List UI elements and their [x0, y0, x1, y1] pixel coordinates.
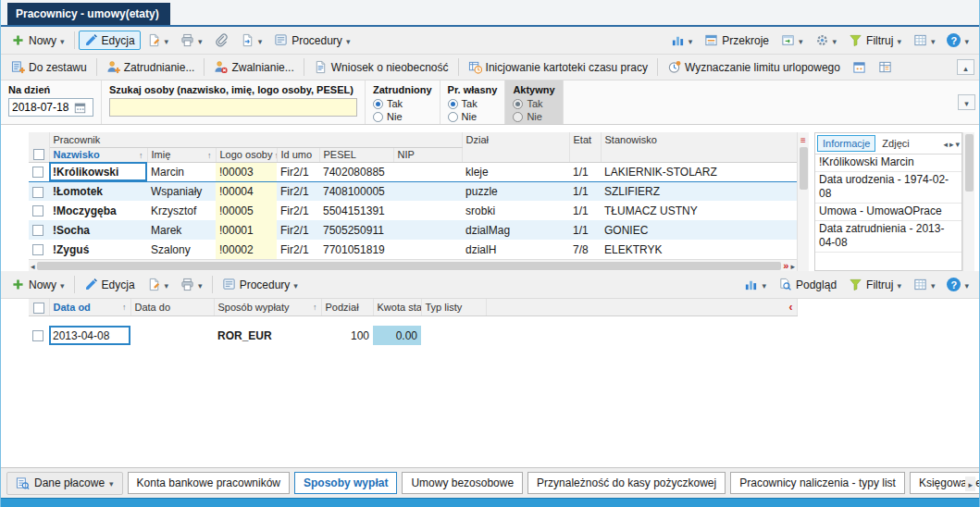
nowy-button[interactable]: Nowy	[6, 275, 70, 294]
kolumny-button[interactable]	[908, 31, 941, 50]
procedury-button[interactable]: Procedury	[268, 31, 355, 50]
cell-imie[interactable]: Szalony	[147, 240, 216, 259]
cell-id-umowy[interactable]: Fir2/1	[277, 162, 319, 181]
pr-wlasny-tak-radio[interactable]: Tak	[448, 98, 498, 109]
filtruj-button[interactable]: Filtruj	[843, 275, 907, 294]
cell-nip[interactable]	[393, 162, 462, 181]
collapse-filter-button[interactable]	[958, 94, 975, 110]
employee-row[interactable]: !Zyguś Szalony !00002 Fir2/1 7701051819 …	[29, 240, 797, 259]
collapse-toolbar-button[interactable]	[957, 59, 974, 75]
cell-pesel[interactable]: 7701051819	[319, 240, 393, 259]
cell-logo-osoby[interactable]: !00004	[216, 181, 277, 201]
cell-etat[interactable]: 7/8	[569, 240, 601, 259]
cell-id-umowy[interactable]: Fir2/1	[277, 181, 319, 201]
cell-imie[interactable]: Wspaniały	[147, 181, 216, 201]
lista-czasu-button[interactable]	[873, 57, 898, 77]
tab-sposoby-wyplat[interactable]: Sposoby wypłat	[294, 472, 397, 494]
cell-dzial[interactable]: kleje	[462, 162, 569, 181]
cell-etat[interactable]: 1/1	[569, 181, 601, 201]
scrollbar-thumb[interactable]	[800, 147, 808, 190]
row-checkbox[interactable]	[32, 225, 43, 236]
otworz-button[interactable]	[142, 31, 175, 50]
select-all-checkbox[interactable]	[33, 149, 44, 160]
column-kwota-stala[interactable]: Kwota stała	[373, 299, 421, 315]
zatrudniony-tak-radio[interactable]: Tak	[373, 98, 432, 109]
cell-kwota-stala[interactable]: 0.00	[373, 326, 421, 345]
pomoc-button[interactable]	[941, 31, 974, 50]
row-checkbox[interactable]	[32, 244, 43, 255]
cell-sposob-wyplaty[interactable]: ROR_EUR	[214, 326, 321, 345]
cell-nazwisko[interactable]: !Moczygęba	[49, 201, 147, 220]
cell-nip[interactable]	[393, 181, 462, 201]
employees-vertical-scrollbar[interactable]	[797, 132, 809, 271]
wykres-button[interactable]	[665, 31, 699, 50]
cell-stanowisko[interactable]: SZLIFIERZ	[601, 181, 797, 201]
info-panel-scrollbar[interactable]	[962, 132, 974, 271]
przekroje-button[interactable]: Przekroje	[699, 31, 775, 50]
pr-wlasny-nie-radio[interactable]: Nie	[448, 111, 498, 122]
select-all-checkbox[interactable]	[33, 303, 44, 314]
edycja-button[interactable]: Edycja	[79, 31, 141, 50]
column-data-od[interactable]: Data od	[49, 299, 130, 315]
cell-imie[interactable]: Marek	[147, 220, 216, 240]
tab-pracownicy-naliczenia[interactable]: Pracownicy naliczenia - typy list	[730, 472, 905, 494]
procedury-button[interactable]: Procedury	[217, 275, 304, 294]
cell-nazwisko[interactable]: !Zyguś	[49, 240, 147, 259]
tab-konta-bankowe[interactable]: Konta bankowe pracowników	[128, 472, 290, 494]
tab-zdjecia[interactable]: Zdjęci	[877, 136, 913, 151]
wniosek-button[interactable]: Wniosek o nieobecność	[308, 57, 454, 77]
cell-nip[interactable]	[393, 240, 462, 259]
column-sposob-wyplaty[interactable]: Sposób wypłaty	[214, 299, 321, 315]
dane-placowe-menu[interactable]: Dane płacowe	[6, 472, 123, 495]
cell-etat[interactable]: 1/1	[569, 162, 601, 181]
zatrudniony-nie-radio[interactable]: Nie	[373, 111, 432, 122]
cell-data-od[interactable]: 2013-04-08	[49, 326, 130, 345]
cell-stanowisko[interactable]: ELEKTRYK	[601, 240, 797, 259]
cell-nip[interactable]	[393, 220, 462, 240]
otworz-button[interactable]	[142, 275, 175, 294]
scrollbar-thumb[interactable]	[965, 134, 974, 192]
aktywny-nie-radio[interactable]: Nie	[513, 111, 554, 122]
tab-informacje[interactable]: Informacje	[817, 135, 875, 152]
cell-pesel[interactable]: 7408100005	[319, 181, 393, 201]
column-stanowisko[interactable]: Stanowisko	[601, 132, 797, 162]
tab-umowy-bezosobowe[interactable]: Umowy bezosobowe	[402, 472, 523, 494]
employee-row[interactable]: !Królikowski Marcin !00003 Fir2/1 740208…	[29, 162, 797, 181]
cell-id-umowy[interactable]: Fir2/1	[277, 240, 319, 259]
cell-pesel[interactable]: 5504151391	[319, 201, 393, 220]
cell-id-umowy[interactable]: Fir2/1	[277, 201, 319, 220]
inicjowanie-kartoteki-button[interactable]: Inicjowanie kartoteki czasu pracy	[463, 57, 653, 77]
limit-urlopowy-button[interactable]: Wyznaczanie limitu urlopowego	[662, 57, 846, 77]
edycja-button[interactable]: Edycja	[79, 275, 141, 294]
wykres-button[interactable]	[738, 275, 772, 294]
aktywny-tak-radio[interactable]: Tak	[513, 98, 554, 109]
date-field[interactable]	[8, 98, 93, 117]
cell-dzial[interactable]: dzialMag	[462, 220, 569, 240]
column-dzial[interactable]: Dział	[462, 132, 569, 162]
cell-etat[interactable]: 1/1	[569, 220, 601, 240]
row-checkbox[interactable]	[32, 167, 43, 178]
ustawienia-listy-button[interactable]	[810, 31, 843, 50]
cell-id-umowy[interactable]: Fir2/1	[277, 220, 319, 240]
scroll-left-icon[interactable]	[31, 260, 35, 271]
tab-przynaleznosc-kasa[interactable]: Przynależność do kasy pożyczkowej	[527, 472, 726, 494]
scrollbar-thumb[interactable]	[37, 262, 782, 270]
column-imie[interactable]: Imię	[147, 147, 216, 162]
zalaczniki-button[interactable]	[209, 31, 234, 50]
tabs-scroll-right-icon[interactable]	[949, 138, 954, 149]
kolumny-button[interactable]	[908, 275, 941, 294]
cell-stanowisko[interactable]: TŁUMACZ USTNY	[601, 201, 797, 220]
cell-nip[interactable]	[393, 201, 462, 220]
column-etat[interactable]: Etat	[569, 132, 601, 162]
cell-imie[interactable]: Marcin	[147, 162, 216, 181]
drukuj-button[interactable]	[175, 31, 208, 50]
cell-logo-osoby[interactable]: !00001	[216, 220, 277, 240]
search-input[interactable]	[109, 98, 357, 117]
scroll-right-icon[interactable]	[790, 260, 795, 271]
column-nip[interactable]: NIP	[393, 147, 462, 162]
document-tab-pracownicy[interactable]: Pracownicy - umowy(etaty)	[7, 3, 170, 25]
do-zestawu-button[interactable]: Do zestawu	[6, 57, 93, 77]
row-checkbox[interactable]	[32, 187, 43, 198]
cell-logo-osoby[interactable]: !00005	[216, 201, 277, 220]
cell-etat[interactable]: 1/1	[569, 201, 601, 220]
